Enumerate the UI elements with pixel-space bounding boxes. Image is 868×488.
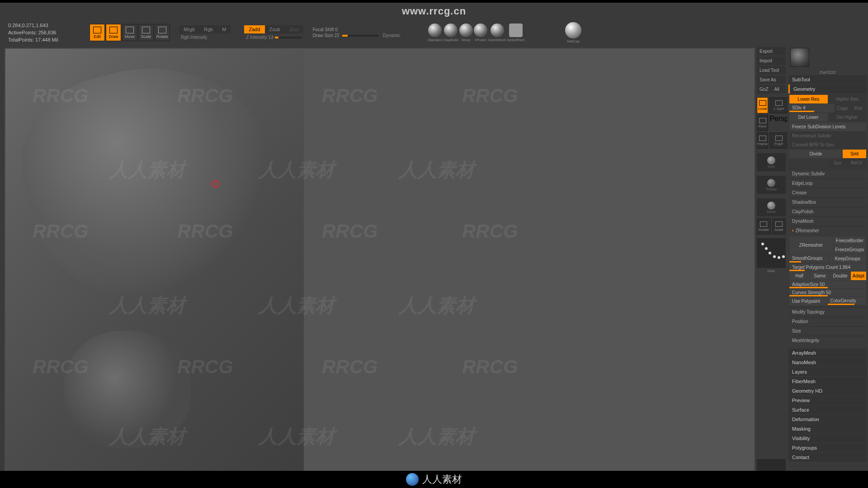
layers-header[interactable]: Layers bbox=[788, 367, 867, 376]
move-mode-button[interactable]: Move bbox=[122, 24, 137, 41]
dots-label: Dots bbox=[757, 269, 786, 273]
rgb-button[interactable]: Rgb bbox=[199, 25, 217, 33]
export-button[interactable]: Export bbox=[757, 47, 786, 56]
convert-bpr-button[interactable]: Convert BPR To Geo bbox=[789, 141, 866, 149]
brush-standard[interactable] bbox=[428, 23, 442, 37]
cage-button[interactable]: Cage bbox=[835, 104, 850, 113]
crease-item[interactable]: Crease bbox=[788, 188, 867, 197]
target-polygons-slider[interactable]: Target Polygons Count 1.864 bbox=[789, 263, 866, 271]
frame-nav[interactable]: Frame bbox=[757, 132, 768, 149]
mesh-integrity-item[interactable]: MeshIntegrity bbox=[788, 336, 867, 345]
nanomesh-header[interactable]: NanoMesh bbox=[788, 358, 867, 367]
z-intensity-slider[interactable] bbox=[275, 37, 302, 38]
rstr-button[interactable]: Rstr bbox=[851, 104, 866, 113]
draw-size-slider[interactable] bbox=[342, 35, 378, 37]
arraymesh-header[interactable]: ArrayMesh bbox=[788, 348, 867, 357]
lsym-nav[interactable]: L.Sym bbox=[769, 97, 788, 113]
smooth-groups-slider[interactable]: SmoothGroups bbox=[789, 254, 829, 263]
polygroups-header[interactable]: Polygroups bbox=[788, 443, 867, 452]
brush-selectrect[interactable] bbox=[509, 23, 523, 37]
m-button[interactable]: M bbox=[217, 25, 231, 33]
preview-header[interactable]: Preview bbox=[788, 396, 867, 405]
half-button[interactable]: Half bbox=[789, 272, 809, 280]
del-lower-button[interactable]: Del Lower bbox=[789, 113, 828, 122]
brush-cursor bbox=[211, 180, 219, 188]
geometryhd-header[interactable]: Geometry HD bbox=[788, 386, 867, 395]
goz-button[interactable]: GoZ bbox=[757, 85, 771, 94]
draw-size-label: Draw Size 22 bbox=[312, 33, 339, 38]
top-toolbar: 0.284,0.271,1.643 ActivePoints: 256,836 … bbox=[0, 20, 868, 45]
fibermesh-header[interactable]: FiberMesh bbox=[788, 377, 867, 386]
move-nav[interactable]: Move bbox=[757, 198, 786, 216]
shadowbox-item[interactable]: ShadowBox bbox=[788, 197, 867, 206]
load-tool-button[interactable]: Load Tool bbox=[757, 66, 786, 75]
scale-nav[interactable]: Scale bbox=[772, 218, 786, 235]
zsub-button[interactable]: Zsub bbox=[265, 25, 285, 33]
solo-nav[interactable]: Solo bbox=[757, 153, 786, 171]
surface-header[interactable]: Surface bbox=[788, 405, 867, 414]
persp-nav[interactable]: Persp bbox=[769, 115, 788, 131]
freeze-border-button[interactable]: FreezeBorder bbox=[833, 236, 866, 245]
zcut-button[interactable]: Zcut bbox=[285, 25, 303, 33]
draw-mode-button[interactable]: Draw bbox=[106, 24, 121, 41]
higher-res-button[interactable]: Higher Res bbox=[828, 95, 867, 103]
double-button[interactable]: Double bbox=[830, 272, 850, 280]
freeze-groups-button[interactable]: FreezeGroups bbox=[833, 245, 866, 254]
edgeloop-item[interactable]: EdgeLoop bbox=[788, 178, 867, 188]
active-points: ActivePoints: 256,836 bbox=[8, 29, 85, 36]
smt-button[interactable]: Smt bbox=[843, 150, 866, 158]
del-higher-button[interactable]: Del Higher bbox=[828, 113, 867, 122]
freeze-subdiv-button[interactable]: Freeze SubDivision Levels bbox=[789, 122, 866, 131]
active-tool-thumb[interactable] bbox=[790, 48, 809, 67]
zadd-button[interactable]: Zadd bbox=[244, 25, 264, 33]
brush-move[interactable] bbox=[459, 23, 473, 37]
viewport-canvas[interactable]: RRCG RRCG RRCG RRCG 人人素材 人人素材 人人素材 RRCG … bbox=[5, 48, 755, 485]
position-item[interactable]: Position bbox=[788, 317, 867, 326]
transp-nav[interactable]: Transp bbox=[757, 176, 786, 194]
subtool-header[interactable]: SubTool bbox=[788, 75, 867, 84]
keep-groups-button[interactable]: KeepGroups bbox=[829, 254, 867, 263]
color-density-slider[interactable]: ColorDensity bbox=[828, 297, 867, 305]
rotate-mode-button[interactable]: Rotate bbox=[155, 24, 170, 41]
zremesher-button[interactable]: ZRemesher bbox=[789, 236, 833, 254]
reconstruct-button[interactable]: Reconstruct Subdiv bbox=[789, 131, 866, 140]
floor-nav[interactable]: Floor bbox=[757, 115, 768, 131]
stats-block: 0.284,0.271,1.643 ActivePoints: 256,836 … bbox=[8, 22, 85, 43]
visibility-header[interactable]: Visibility bbox=[788, 434, 867, 443]
reuv-button[interactable]: ReUV bbox=[847, 159, 866, 167]
claypolish-item[interactable]: ClayPolish bbox=[788, 207, 867, 216]
save-as-button[interactable]: Save As bbox=[757, 75, 786, 84]
deformation-header[interactable]: Deformation bbox=[788, 415, 867, 424]
brush-claybuild[interactable] bbox=[444, 23, 458, 37]
goz-all-button[interactable]: All bbox=[772, 85, 786, 94]
scale-mode-button[interactable]: Scale bbox=[138, 24, 154, 41]
adaptive-size-slider[interactable]: AdaptiveSize 50 bbox=[789, 281, 866, 288]
contact-header[interactable]: Contact bbox=[788, 453, 867, 462]
divide-button[interactable]: Divide bbox=[789, 150, 842, 158]
modify-topology-item[interactable]: Modify Topology bbox=[788, 307, 867, 316]
same-button[interactable]: Same bbox=[810, 272, 830, 280]
adapt-button[interactable]: Adapt bbox=[851, 272, 866, 280]
edit-mode-button[interactable]: Edit bbox=[90, 24, 105, 41]
geometry-header[interactable]: Geometry bbox=[788, 84, 867, 94]
lower-res-button[interactable]: Lower Res bbox=[789, 95, 828, 103]
local-nav[interactable]: Local bbox=[757, 97, 768, 113]
brush-insertmesh[interactable] bbox=[491, 23, 504, 37]
zremesher-header[interactable]: ZRemesher bbox=[788, 226, 867, 235]
rotate-nav[interactable]: Rotate bbox=[757, 218, 771, 235]
curves-strength-slider[interactable]: Curves Strength 50 bbox=[789, 289, 866, 296]
mrgb-button[interactable]: Mrgb bbox=[179, 25, 199, 33]
import-button[interactable]: Import bbox=[757, 56, 786, 65]
polyf-nav[interactable]: PolyF bbox=[769, 132, 788, 149]
use-polypaint-button[interactable]: Use Polypaint bbox=[789, 297, 827, 305]
suv-button[interactable]: Suv bbox=[828, 159, 847, 167]
matcap-button[interactable] bbox=[565, 22, 581, 38]
dynamic-subdiv-item[interactable]: Dynamic Subdiv bbox=[788, 169, 867, 178]
size-item[interactable]: Size bbox=[788, 326, 867, 335]
focal-shift-label: Focal Shift 0 bbox=[312, 27, 338, 32]
brush-hpolish[interactable] bbox=[474, 23, 487, 37]
sdiv-slider[interactable]: SDiv 4 bbox=[789, 104, 835, 112]
quicksave-dots[interactable] bbox=[757, 238, 786, 268]
dynamesh-item[interactable]: DynaMesh bbox=[788, 216, 867, 225]
masking-header[interactable]: Masking bbox=[788, 424, 867, 433]
